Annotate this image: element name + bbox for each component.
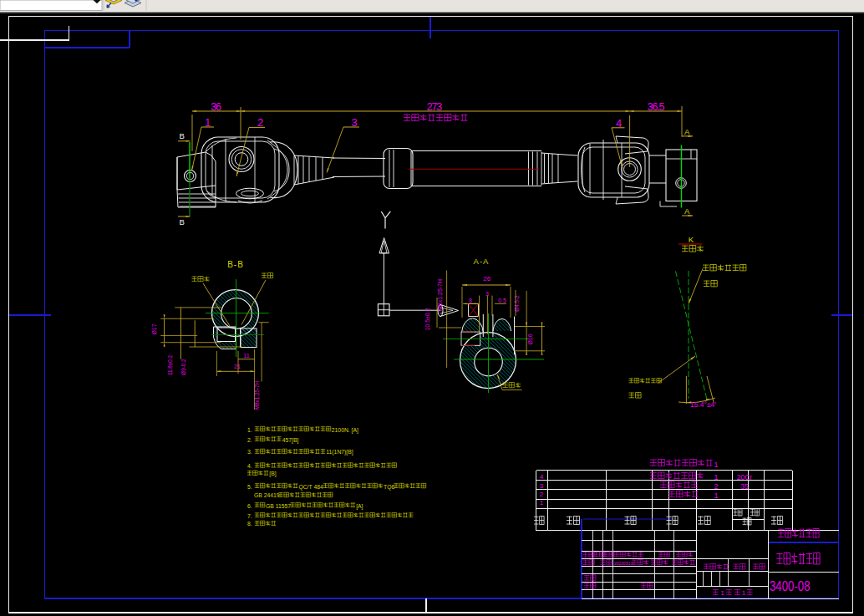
- svg-text:Ø4.5-2: Ø4.5-2: [514, 295, 520, 312]
- svg-text:1: 1: [714, 491, 718, 500]
- svg-text:A: A: [684, 127, 690, 136]
- svg-text:11.8±0.2: 11.8±0.2: [167, 355, 173, 375]
- svg-text:273: 273: [427, 101, 443, 113]
- svg-text:GB 11557: GB 11557: [266, 503, 291, 509]
- svg-text:4.: 4.: [247, 463, 252, 469]
- svg-text:36.5: 36.5: [648, 101, 665, 113]
- svg-text:20230513: 20230513: [614, 561, 633, 566]
- svg-text:B: B: [180, 131, 185, 140]
- svg-text:457[B]: 457[B]: [282, 437, 299, 444]
- svg-text:B-B: B-B: [227, 260, 244, 269]
- svg-text:1: 1: [540, 499, 544, 507]
- svg-text:2.: 2.: [247, 437, 252, 443]
- svg-text:2: 2: [540, 491, 544, 498]
- svg-text:Ø16: Ø16: [527, 333, 533, 344]
- svg-text:2: 2: [714, 482, 718, 491]
- svg-text:7.: 7.: [247, 513, 252, 519]
- svg-text:2100N. [A]: 2100N. [A]: [332, 427, 358, 434]
- svg-text:36: 36: [211, 101, 221, 113]
- svg-text:1: 1: [714, 473, 718, 481]
- svg-text:Ø9-0.2: Ø9-0.2: [180, 359, 186, 375]
- svg-text:1: 1: [714, 461, 718, 469]
- svg-text:10.5±0.2: 10.5±0.2: [424, 308, 430, 330]
- svg-text:1: 1: [742, 589, 746, 597]
- svg-text:1: 1: [205, 116, 211, 129]
- svg-text:1.: 1.: [247, 427, 252, 433]
- svg-text:11: 11: [243, 353, 249, 359]
- svg-text:QC/T 484: QC/T 484: [298, 484, 323, 491]
- svg-text:2: 2: [257, 116, 263, 129]
- svg-text:M8x1.25-7H: M8x1.25-7H: [254, 380, 260, 410]
- svg-text:5.: 5.: [247, 484, 252, 490]
- svg-text:8: 8: [469, 298, 472, 303]
- svg-text:4: 4: [540, 473, 544, 481]
- svg-text:Ø17: Ø17: [151, 323, 157, 334]
- svg-text:[B]: [B]: [269, 471, 276, 477]
- svg-text:21: 21: [234, 364, 241, 369]
- svg-text:26: 26: [483, 275, 490, 283]
- svg-text:3.: 3.: [247, 449, 252, 455]
- svg-text:1: 1: [720, 589, 724, 597]
- svg-text:35: 35: [740, 482, 749, 491]
- svg-text:20Cr: 20Cr: [737, 473, 753, 481]
- svg-text:M8x1.25-7H: M8x1.25-7H: [437, 279, 443, 311]
- svg-text:A: A: [684, 206, 690, 216]
- svg-text:K: K: [689, 235, 694, 244]
- svg-text:3: 3: [351, 116, 357, 129]
- svg-text:0.5: 0.5: [498, 298, 506, 303]
- svg-text:6.: 6.: [247, 503, 252, 509]
- svg-text:4: 4: [616, 117, 622, 130]
- svg-text:3: 3: [485, 291, 489, 297]
- svg-text:A-A: A-A: [474, 257, 490, 266]
- svg-text:B: B: [180, 217, 185, 227]
- svg-text:GB 24419: GB 24419: [254, 492, 280, 498]
- svg-text:11(1N7)[B]: 11(1N7)[B]: [326, 449, 353, 456]
- svg-text:[A]: [A]: [356, 503, 363, 510]
- svg-text:3: 3: [540, 482, 544, 490]
- svg-text:8.: 8.: [247, 521, 252, 527]
- svg-text:15.4°±4': 15.4°±4': [690, 400, 716, 409]
- svg-text:TQ6: TQ6: [384, 484, 394, 491]
- svg-text:3400-08: 3400-08: [770, 578, 811, 593]
